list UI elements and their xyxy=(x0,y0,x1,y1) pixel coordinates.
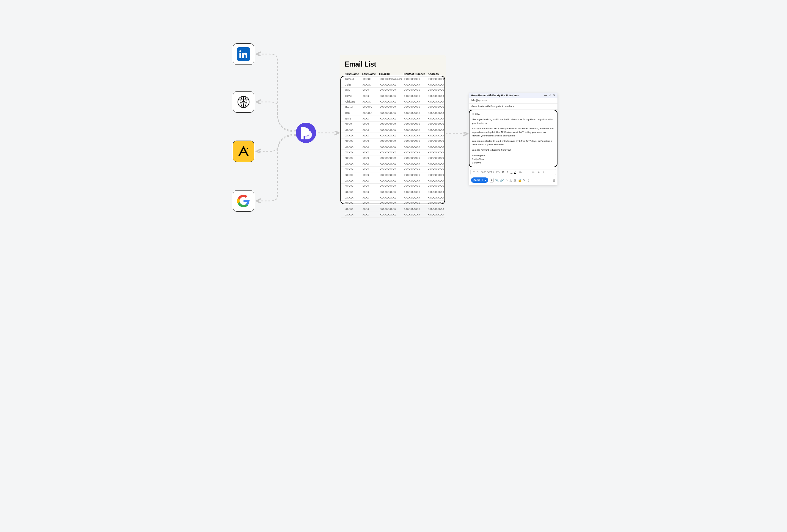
signature-icon[interactable]: ✎ xyxy=(523,179,525,182)
table-row: DavidXXXXXXXXXXXXXXXXXXXXXXXXXXXXXXXXXX xyxy=(341,93,445,99)
undo-icon[interactable]: ↶ xyxy=(472,171,475,174)
send-caret-icon[interactable]: ▼ xyxy=(482,179,488,181)
send-toolbar: Send ▼ A 📎 🔗 ☺ △ 🖼 🔒 ✎ ⋮ 🗑 xyxy=(469,176,557,185)
table-row: RichardXXXXXXXXX@domain.comXXXXXXXXXXXXX… xyxy=(341,76,445,82)
font-select[interactable]: Sans Serif ▼ xyxy=(481,171,494,174)
compose-subject-field[interactable]: Grow Faster with BurstyAI's AI Workers xyxy=(469,104,557,110)
email-list-table: RichardXXXXXXXXX@domain.comXXXXXXXXXXXXX… xyxy=(340,76,445,204)
table-row: XXXXXXXXXXXXXXXXXXXXXXXXXXXXXXXXXXXXXXX xyxy=(341,206,445,212)
table-row: ChristineXXXXXXXXXXXXXXXXXXXXXXXXXXXXXXX… xyxy=(341,99,445,105)
table-row: XXXXXXXXXXXXXXXXXXXXXXXXXXXXXXXXXXXXXXX xyxy=(341,144,445,150)
arrow-hub-to-www xyxy=(257,102,296,132)
compose-body[interactable]: Hi Billy, I hope you're doing well! I wa… xyxy=(469,110,557,167)
table-row: XXXXXXXXXXXXXXXXXXXXXXXXXXXXXXXXXXXXXXX xyxy=(341,201,445,206)
body-name: Emily Clark xyxy=(472,157,554,161)
col-first-name: First Name xyxy=(345,72,362,75)
table-row: XXXXXXXXXXXXXXXXXXXXXXXXXXXXXXXXXXXXXXX xyxy=(341,133,445,138)
body-signoff: Best regards, xyxy=(472,154,554,157)
body-p3: You can get started in just 2 minutes an… xyxy=(472,139,554,147)
underline-icon[interactable]: U xyxy=(510,171,513,174)
arrow-hub-to-ai xyxy=(257,134,296,151)
table-row: XXXXXXXXXXXXXXXXXXXXXXXXXXXXXXXXXXXXXXX xyxy=(341,195,445,201)
discard-icon[interactable]: 🗑 xyxy=(553,179,556,182)
more-format-icon[interactable]: ▼ xyxy=(542,171,545,173)
send-button[interactable]: Send ▼ xyxy=(471,177,489,183)
table-row: XXXXXXXXXXXXXXXXXXXXXXXXXXXXXXXXXXXXXXX xyxy=(341,138,445,144)
table-row: XXXXXXXXXXXXXXXXXXXXXXXXXXXXXXXXXXXXXXX xyxy=(341,167,445,172)
table-row: XXXXXXXXXXXXXXXXXXXXXXXXXXXXXXXXXXXXXX xyxy=(341,121,445,127)
text-color-icon[interactable]: A▼ xyxy=(514,170,518,174)
col-contact-number: Contact Number xyxy=(404,72,428,75)
table-row: XXXXXXXXXXXXXXXXXXXXXXXXXXXXXXXXXXXXXXX xyxy=(341,150,445,155)
minimize-icon[interactable]: — xyxy=(545,94,547,97)
body-p1: I hope you're doing well! I wanted to sh… xyxy=(472,118,554,125)
body-company: BurstyAI xyxy=(472,161,554,165)
table-row: XXXXXXXXXXXXXXXXXXXXXXXXXXXXXXXXXXXXXXX xyxy=(341,127,445,133)
compose-window: Grow Faster with BurstyAI's AI Workers —… xyxy=(469,93,557,185)
compose-title: Grow Faster with BurstyAI's AI Workers xyxy=(471,94,519,97)
italic-icon[interactable]: I xyxy=(506,171,508,174)
drive-icon[interactable]: △ xyxy=(510,179,512,182)
table-row: BillyXXXXXXXXXXXXXXXXXXXXXXXXXXXXXXXXXX xyxy=(341,88,445,93)
font-size-icon[interactable]: тT▼ xyxy=(496,171,500,174)
indent-less-icon[interactable]: ⇤ xyxy=(532,171,535,174)
confidential-icon[interactable]: 🔒 xyxy=(518,179,522,182)
more-options-icon[interactable]: ⋮ xyxy=(527,179,530,182)
align-icon[interactable]: ≡▼ xyxy=(519,171,523,174)
redo-icon[interactable]: ↷ xyxy=(476,171,479,174)
arrow-hub-to-linkedin xyxy=(257,54,296,131)
body-p2: BurstyAI automates SEO, lead generation,… xyxy=(472,127,554,138)
table-row: XXXXXXXXXXXXXXXXXXXXXXXXXXXXXXXXXXXXXXX xyxy=(341,155,445,161)
format-toolbar: ↶ ↷ Sans Serif ▼ тT▼ B I U A▼ ≡▼ ☰ ☰ ⇤ ⇥… xyxy=(470,169,556,175)
expand-icon[interactable]: ⤢ xyxy=(549,94,551,97)
bold-icon[interactable]: B xyxy=(502,171,504,174)
table-row: XXXXXXXXXXXXXXXXXXXXXXXXXXXXXXXXXXXXXXX xyxy=(341,161,445,167)
list-numbered-icon[interactable]: ☰ xyxy=(524,171,527,174)
table-row: XXXXXXXXXXXXXXXXXXXXXXXXXXXXXXXXXXXXXXX xyxy=(341,212,445,218)
table-row: XXXXXXXXXXXXXXXXXXXXXXXXXXXXXXXXXXXXXXX xyxy=(341,189,445,195)
col-email-id: Email Id xyxy=(379,72,404,75)
table-row: XXXXXXXXXXXXXXXXXXXXXXXXXXXXXXXXXXXXXXX xyxy=(341,178,445,184)
table-row: RachelXXXXXXXXXXXXXXXXXXXXXXXXXXXXXXXXXX… xyxy=(341,105,445,110)
close-icon[interactable]: ✕ xyxy=(553,94,555,97)
list-bullet-icon[interactable]: ☰ xyxy=(528,171,531,174)
compose-header: Grow Faster with BurstyAI's AI Workers —… xyxy=(469,93,557,98)
table-row: XXXXXXXXXXXXXXXXXXXXXXXXXXXXXXXXXXXXXXX xyxy=(341,172,445,178)
col-address: Address xyxy=(428,72,445,75)
body-p4: Looking forward to hearing from you! xyxy=(472,148,554,152)
table-row: XXXXXXXXXXXXXXXXXXXXXXXXXXXXXXXXXXXXXXX xyxy=(341,184,445,189)
arrow-hub-to-google xyxy=(257,135,296,201)
image-insert-icon[interactable]: 🖼 xyxy=(513,179,516,182)
col-last-name: Last Name xyxy=(362,72,379,75)
compose-to-field[interactable]: billy@xyz.com xyxy=(469,98,557,104)
body-greeting: Hi Billy, xyxy=(472,112,554,116)
link-icon[interactable]: 🔗 xyxy=(500,179,504,182)
emoji-icon[interactable]: ☺ xyxy=(505,179,508,182)
table-row: EmilyXXXXXXXXXXXXXXXXXXXXXXXXXXXXXXXXXX xyxy=(341,116,445,121)
indent-more-icon[interactable]: ⇥▼ xyxy=(537,171,540,174)
text-format-toggle-icon[interactable]: A xyxy=(490,178,493,182)
table-row: BobXXXXXXXXXXXXXXXXXXXXXXXXXXXXXXXXXXXX xyxy=(341,110,445,116)
table-row: JohnXXXXXXXXXXXXXXXXXXXXXXXXXXXXXXXXXXX xyxy=(341,82,445,88)
attach-icon[interactable]: 📎 xyxy=(495,179,498,182)
email-list-title: Email List xyxy=(345,60,446,68)
